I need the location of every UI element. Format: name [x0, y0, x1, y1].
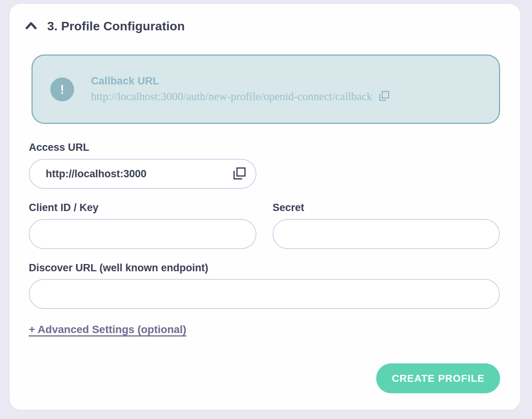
access-url-field [29, 159, 256, 189]
copy-access-url-button[interactable] [232, 166, 247, 182]
discover-url-field [29, 279, 500, 309]
create-profile-button[interactable]: CREATE PROFILE [376, 363, 500, 393]
copy-callback-url-button[interactable] [378, 90, 390, 103]
advanced-settings-link[interactable]: + Advanced Settings (optional) [29, 323, 186, 336]
callback-url-text: Callback URL http://localhost:3000/auth/… [91, 75, 390, 103]
section-title: 3. Profile Configuration [47, 19, 185, 33]
callback-url-value: http://localhost:3000/auth/new-profile/o… [91, 90, 372, 103]
secret-field [273, 219, 500, 249]
access-url-label: Access URL [29, 142, 89, 153]
section-header: 3. Profile Configuration [25, 19, 185, 33]
profile-configuration-card: 3. Profile Configuration Callback URL ht… [10, 4, 520, 410]
access-url-input[interactable] [46, 168, 232, 180]
collapse-section-button[interactable] [25, 21, 37, 32]
client-id-field [29, 219, 256, 249]
copy-icon [378, 90, 390, 103]
exclamation-circle-icon [50, 78, 74, 101]
chevron-up-icon [25, 20, 37, 32]
discover-url-label: Discover URL (well known endpoint) [29, 262, 208, 274]
callback-url-label: Callback URL [91, 75, 390, 87]
callback-url-infobox: Callback URL http://localhost:3000/auth/… [31, 54, 500, 124]
client-id-input[interactable] [46, 228, 247, 240]
client-id-label: Client ID / Key [29, 202, 99, 214]
secret-input[interactable] [289, 228, 491, 240]
discover-url-input[interactable] [46, 288, 491, 300]
copy-icon [232, 166, 247, 182]
secret-label: Secret [273, 202, 304, 214]
